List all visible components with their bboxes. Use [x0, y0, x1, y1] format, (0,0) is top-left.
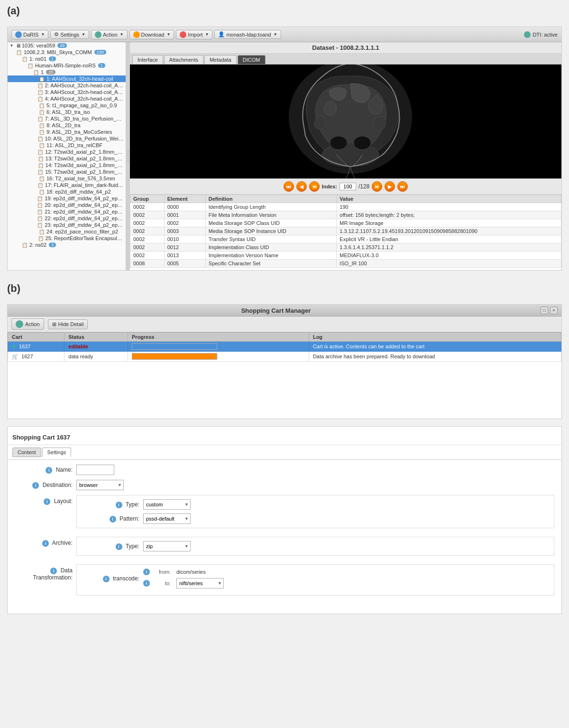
tree-item-11[interactable]: 📋8: ASL_2D_tra — [8, 122, 126, 129]
cell-element: 0003 — [164, 227, 205, 235]
cart-table-body: ✓ 1637 editable Cart is active. Contents… — [8, 342, 561, 362]
first-frame-button[interactable]: ⏮ — [284, 181, 294, 192]
tree-item-27[interactable]: 📋24: ep2d_pace_moco_filter_p2 — [8, 228, 126, 235]
user-button[interactable]: 👤 monash-ldap:toand ▼ — [214, 30, 281, 39]
prev-frame-button[interactable]: ◀ — [296, 181, 307, 192]
tree-item-4[interactable]: 📋1: AAHScout_32ch-head-coil — [8, 75, 126, 82]
tree-item-10[interactable]: 📋7: ASL_3D_tra_iso_Perfusion_Weig — [8, 115, 126, 122]
cart-action-button[interactable]: Action — [11, 318, 44, 330]
settings-button[interactable]: ⚙ Settings ▼ — [50, 30, 89, 39]
layout-pattern-info-icon[interactable]: i — [110, 516, 116, 523]
name-info-icon[interactable]: i — [46, 467, 52, 474]
data-transform-info-icon[interactable]: i — [50, 568, 57, 574]
scan-icon: 📋 — [37, 96, 43, 102]
item-badge: 1 — [49, 56, 56, 61]
download-label: Download — [141, 32, 165, 37]
tab-attachments[interactable]: Attachments — [164, 55, 203, 64]
cart-row-1[interactable]: 🛒 1627 data ready Data archive has been … — [8, 352, 561, 362]
scan-icon: 📋 — [37, 203, 43, 208]
col-element: Element — [164, 195, 205, 203]
tree-item-28[interactable]: 📋25: ReportEditorTask Encapsulated — [8, 235, 126, 242]
archive-type-info-icon[interactable]: i — [116, 543, 122, 550]
download-button[interactable]: Download ▼ — [129, 30, 174, 39]
tree-item-14[interactable]: 📋11: ASL_2D_tra_relCBF — [8, 142, 126, 149]
transcode-to-select[interactable]: nifti/series dicom/series analyze/series — [176, 578, 224, 588]
close-button[interactable]: × — [550, 307, 558, 314]
tab-metadata[interactable]: Metadata — [204, 55, 237, 64]
tree-item-5[interactable]: 📋2: AAHScout_32ch-head-coil_AAHS — [8, 82, 126, 89]
cart-empty-space — [8, 362, 561, 419]
archive-info-icon[interactable]: i — [42, 540, 49, 547]
tree-item-21[interactable]: 📋18: ep2d_diff_mddw_64_p2 — [8, 188, 126, 195]
tree-item-18[interactable]: 📋15: T2swi3d_axial_p2_1.8mm_SWI — [8, 168, 126, 175]
last-frame-button[interactable]: ⏭ — [397, 181, 408, 192]
cell-element: 0012 — [164, 243, 205, 252]
action-button[interactable]: Action ▼ — [91, 30, 128, 39]
tree-item-13[interactable]: 📋10: ASL_2D_tra_Perfusion_Weighte — [8, 135, 126, 142]
scan-icon: 📋 — [38, 156, 44, 161]
hide-detail-label: Hide Detail — [58, 321, 84, 327]
cell-value: ISO_IR 100 — [337, 260, 561, 268]
tree-item-24[interactable]: 📋21: ep2d_diff_mddw_64_p2_ep2d_d — [8, 208, 126, 215]
tree-item-12[interactable]: 📋9: ASL_2D_tra_MoCoSeries — [8, 129, 126, 135]
tree-item-22[interactable]: 📋19: ep2d_diff_mddw_64_p2_ep2d_d — [8, 195, 126, 202]
tree-item-label: 7: ASL_3D_tra_iso_Perfusion_Weig — [45, 116, 124, 121]
vertical-divider[interactable] — [126, 42, 130, 270]
cell-value: 190 — [337, 203, 561, 211]
tree-item-16[interactable]: 📋13: T2swi3d_axial_p2_1.8mm_Pha — [8, 155, 126, 162]
scan-icon: 📋 — [37, 116, 43, 121]
cart-row-0[interactable]: ✓ 1637 editable Cart is active. Contents… — [8, 342, 561, 352]
tab-interface[interactable]: Interface — [132, 55, 163, 64]
tree-item-3[interactable]: 📋125 — [8, 69, 126, 75]
import-button[interactable]: Import ▼ — [176, 30, 212, 39]
user-icon: 👤 — [218, 31, 225, 37]
tree-item-20[interactable]: 📋17: FLAIR_axial_tirm_dark-fluid_3.5 — [8, 182, 126, 188]
dicom-row-0: 00020000Identifying Group Length190 — [130, 203, 561, 211]
tree-item-8[interactable]: 📋5: t1_mprage_sag_p2_iso_0.9 — [8, 102, 126, 109]
tree-item-1[interactable]: 📋1: ns011 — [8, 56, 126, 62]
layout-type-info-icon[interactable]: i — [116, 502, 122, 508]
tree-item-label: 10: ASL_2D_tra_Perfusion_Weighte — [45, 136, 124, 141]
tree-item-25[interactable]: 📋22: ep2d_diff_mddw_64_p2_ep2d_d — [8, 215, 126, 222]
tree-item-29[interactable]: 📋2: ns023 — [8, 242, 126, 248]
name-input[interactable] — [76, 465, 114, 475]
tree-root[interactable]: ▼ 🖥 1035: vera059 49 — [8, 42, 126, 49]
dest-info-icon[interactable]: i — [32, 482, 39, 489]
settings-tab-content[interactable]: Content — [12, 448, 41, 457]
layout-type-select[interactable]: custom flat hierarchical — [143, 499, 191, 510]
tree-item-15[interactable]: 📋12: T2swi3d_axial_p2_1.8mm_Mag — [8, 149, 126, 155]
tree-item-23[interactable]: 📋20: ep2d_diff_mddw_64_p2_ep2d_d — [8, 202, 126, 208]
tree-panel[interactable]: ▼ 🖥 1035: vera059 49 📋1008.2.3: MBI_Skyr… — [8, 42, 126, 270]
archive-type-select[interactable]: zip tar none — [143, 541, 191, 551]
progress-bar-container — [132, 343, 217, 350]
rewind-button[interactable]: ⏪ — [309, 181, 320, 192]
tree-item-7[interactable]: 📋4: AAHScout_32ch-head-coil_AAHS — [8, 95, 126, 102]
transcode-info-icon[interactable]: i — [103, 576, 110, 582]
tree-item-17[interactable]: 📋14: T2swi3d_axial_p2_1.8mm_mIP — [8, 162, 126, 168]
tree-item-label: 21: ep2d_diff_mddw_64_p2_ep2d_d — [45, 209, 124, 215]
daris-button[interactable]: DaRIS ▼ — [11, 30, 48, 39]
transcode-from-info-icon[interactable]: i — [143, 569, 150, 575]
tree-item-9[interactable]: 📋6: ASL_3D_tra_iso — [8, 109, 126, 115]
layout-label: i Layout: — [15, 495, 76, 505]
transcode-to-info-icon[interactable]: i — [143, 580, 150, 587]
tree-item-2[interactable]: 📋Human-MRI-Simple-noRS1 — [8, 62, 126, 69]
layout-pattern-select[interactable]: pssd-default custom — [143, 513, 191, 524]
tree-item-19[interactable]: 📋16: T2_axial_tse_576_3.5mm — [8, 175, 126, 182]
tree-item-0[interactable]: 📋1008.2.3: MBI_Skyra_COMM239 — [8, 49, 126, 56]
tab-dicom[interactable]: DICOM — [238, 55, 266, 64]
tree-item-26[interactable]: 📋23: ep2d_diff_mddw_64_p2_ep2d_d — [8, 222, 126, 228]
layout-info-icon[interactable]: i — [44, 498, 50, 505]
cell-element: 0001 — [164, 211, 205, 219]
settings-tab-settings[interactable]: Settings — [42, 448, 72, 457]
scan-icon: 📋 — [22, 243, 28, 248]
destination-select[interactable]: browser server sftp — [76, 480, 124, 490]
transcode-from-value: dicom/series — [176, 569, 206, 575]
minimize-button[interactable]: □ — [541, 307, 548, 314]
tree-item-6[interactable]: 📋3: AAHScout_32ch-head-coil_AAHS — [8, 89, 126, 95]
next-frame-button[interactable]: ▶ — [385, 181, 395, 192]
forward-button[interactable]: ⏩ — [372, 181, 382, 192]
hide-detail-button[interactable]: ⊞ Hide Detail — [48, 319, 88, 329]
index-input[interactable] — [340, 183, 356, 190]
cart-cell-progress — [128, 352, 309, 362]
